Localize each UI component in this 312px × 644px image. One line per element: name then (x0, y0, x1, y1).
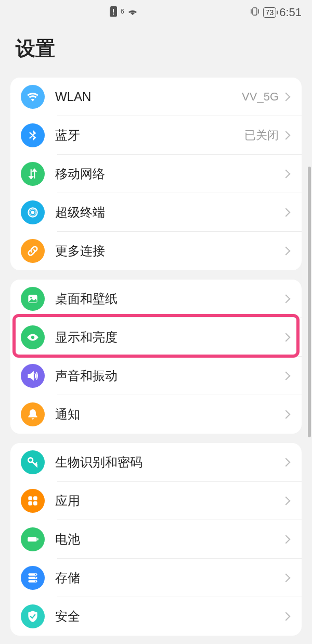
chevron-right-icon (282, 612, 291, 621)
svg-rect-12 (33, 496, 37, 500)
settings-section-system: 生物识别和密码 应用 电池 存储 安全 (10, 443, 302, 636)
svg-point-9 (30, 297, 32, 298)
row-label: 电池 (55, 531, 283, 548)
settings-section-display: 桌面和壁纸 显示和亮度 声音和振动 通知 (10, 280, 302, 434)
chevron-right-icon (282, 247, 291, 256)
row-wlan[interactable]: WLAN VV_5G (10, 78, 302, 116)
row-label: 桌面和壁纸 (55, 291, 283, 307)
chevron-right-icon (282, 170, 291, 179)
chevron-right-icon (282, 497, 291, 506)
status-left: 6 (109, 6, 138, 19)
row-more-connections[interactable]: 更多连接 (10, 232, 302, 270)
sound-icon (21, 364, 45, 388)
page-header: 设置 (0, 25, 312, 72)
row-label: 应用 (55, 493, 283, 509)
svg-rect-1 (113, 14, 114, 15)
page-title: 设置 (16, 35, 296, 62)
row-biometrics-password[interactable]: 生物识别和密码 (10, 443, 302, 482)
svg-rect-14 (33, 501, 37, 506)
row-sound-vibration[interactable]: 声音和振动 (10, 357, 302, 395)
wallpaper-icon (21, 287, 45, 311)
status-bar: 6 73 6:51 (0, 0, 312, 25)
chevron-right-icon (282, 333, 291, 342)
row-label: 蓝牙 (55, 127, 244, 144)
sim-warning-icon (109, 6, 118, 19)
svg-rect-13 (28, 501, 32, 506)
svg-rect-11 (28, 496, 32, 500)
eye-icon (21, 325, 45, 349)
svg-rect-16 (37, 538, 38, 540)
wifi-icon (21, 85, 45, 109)
row-label: WLAN (55, 90, 242, 104)
row-label: 声音和振动 (55, 368, 283, 384)
vibrate-icon (250, 6, 260, 19)
scrollbar-vertical[interactable] (308, 167, 311, 437)
row-home-wallpaper[interactable]: 桌面和壁纸 (10, 280, 302, 318)
chevron-right-icon (282, 458, 291, 467)
status-right: 73 6:51 (250, 6, 302, 19)
clock-time: 6:51 (279, 6, 302, 19)
row-notifications[interactable]: 通知 (10, 395, 302, 434)
row-label: 超级终端 (55, 204, 283, 221)
chevron-right-icon (282, 535, 291, 544)
apps-icon (21, 489, 45, 513)
chevron-right-icon (282, 93, 291, 102)
battery-icon (21, 527, 45, 551)
chevron-right-icon (282, 410, 291, 419)
wifi-icon (127, 7, 138, 19)
row-label: 安全 (55, 608, 283, 625)
super-device-icon (21, 200, 45, 224)
svg-point-22 (35, 580, 36, 582)
shield-icon (21, 604, 45, 628)
row-label: 通知 (55, 406, 283, 423)
svg-rect-0 (113, 9, 114, 12)
row-value: 已关闭 (244, 128, 279, 143)
row-apps[interactable]: 应用 (10, 482, 302, 520)
svg-point-20 (35, 574, 36, 575)
row-value: VV_5G (242, 90, 279, 104)
chevron-right-icon (282, 131, 291, 140)
bluetooth-icon (21, 123, 45, 147)
storage-icon (21, 566, 45, 590)
key-icon (21, 450, 45, 474)
mobile-data-icon (21, 162, 45, 186)
chevron-right-icon (282, 295, 291, 304)
row-label: 生物识别和密码 (55, 454, 283, 471)
svg-point-21 (35, 577, 36, 578)
row-security[interactable]: 安全 (10, 597, 302, 636)
row-label: 存储 (55, 570, 283, 586)
row-battery[interactable]: 电池 (10, 520, 302, 559)
row-super-device[interactable]: 超级终端 (10, 193, 302, 232)
row-bluetooth[interactable]: 蓝牙 已关闭 (10, 116, 302, 155)
battery-icon: 73 (263, 7, 277, 18)
row-mobile-network[interactable]: 移动网络 (10, 155, 302, 193)
link-icon (21, 239, 45, 263)
row-label: 移动网络 (55, 166, 283, 182)
settings-section-network: WLAN VV_5G 蓝牙 已关闭 移动网络 超级终端 更多连接 (10, 78, 302, 270)
chevron-right-icon (282, 372, 291, 381)
svg-point-5 (31, 211, 35, 214)
wifi-6-icon: 6 (121, 8, 124, 15)
row-storage[interactable]: 存储 (10, 559, 302, 597)
row-display-brightness[interactable]: 显示和亮度 (10, 318, 302, 357)
chevron-right-icon (282, 574, 291, 583)
svg-rect-2 (253, 8, 257, 15)
svg-rect-15 (28, 537, 36, 542)
row-label: 更多连接 (55, 243, 283, 259)
row-label: 显示和亮度 (55, 329, 283, 346)
chevron-right-icon (282, 208, 291, 217)
bell-icon (21, 402, 45, 426)
